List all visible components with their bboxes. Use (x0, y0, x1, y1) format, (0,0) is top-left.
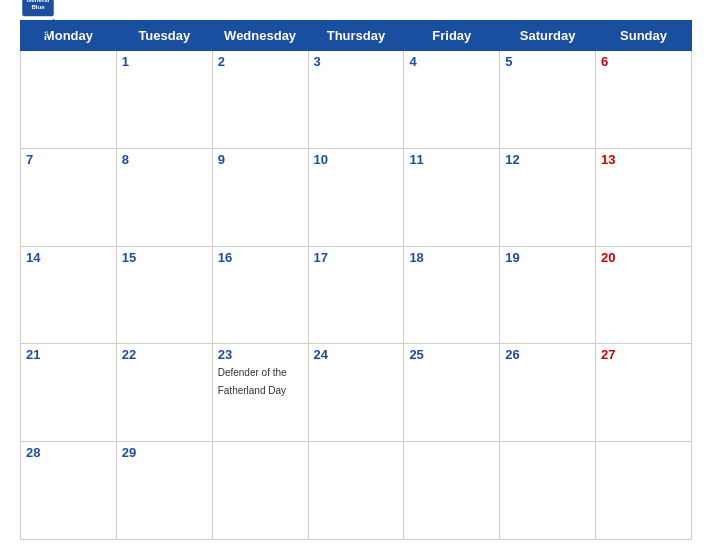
day-number: 3 (314, 54, 399, 69)
day-number: 17 (314, 250, 399, 265)
calendar-cell: 17 (308, 246, 404, 344)
week-row-3: 14151617181920 (21, 246, 692, 344)
day-number: 21 (26, 347, 111, 362)
week-row-2: 78910111213 (21, 148, 692, 246)
logo: General Blue General Blue (20, 0, 56, 38)
calendar-cell: 14 (21, 246, 117, 344)
calendar-cell: 23Defender of the Fatherland Day (212, 344, 308, 442)
day-number: 13 (601, 152, 686, 167)
day-number: 29 (122, 445, 207, 460)
calendar-cell (308, 442, 404, 540)
calendar-cell: 13 (596, 148, 692, 246)
day-number: 18 (409, 250, 494, 265)
calendar-cell: 15 (116, 246, 212, 344)
calendar-cell: 24 (308, 344, 404, 442)
calendar-cell: 6 (596, 51, 692, 149)
calendar-header: General Blue General Blue (20, 10, 692, 14)
day-number: 23 (218, 347, 303, 362)
day-number: 8 (122, 152, 207, 167)
weekday-header-thursday: Thursday (308, 21, 404, 51)
calendar-cell: 2 (212, 51, 308, 149)
calendar-cell: 21 (21, 344, 117, 442)
day-number: 2 (218, 54, 303, 69)
day-number: 26 (505, 347, 590, 362)
day-number: 14 (26, 250, 111, 265)
weekday-header-friday: Friday (404, 21, 500, 51)
weekday-header-tuesday: Tuesday (116, 21, 212, 51)
svg-text:Blue: Blue (31, 3, 45, 10)
calendar-cell: 5 (500, 51, 596, 149)
day-number: 10 (314, 152, 399, 167)
day-number: 22 (122, 347, 207, 362)
calendar-table: MondayTuesdayWednesdayThursdayFridaySatu… (20, 20, 692, 540)
day-number: 9 (218, 152, 303, 167)
calendar-cell: 7 (21, 148, 117, 246)
calendar-cell: 10 (308, 148, 404, 246)
day-number: 7 (26, 152, 111, 167)
holiday-label: Defender of the Fatherland Day (218, 367, 287, 396)
calendar-cell: 19 (500, 246, 596, 344)
day-number: 6 (601, 54, 686, 69)
calendar-cell: 9 (212, 148, 308, 246)
calendar-cell (500, 442, 596, 540)
calendar-cell: 28 (21, 442, 117, 540)
calendar-cell: 16 (212, 246, 308, 344)
calendar-cell: 20 (596, 246, 692, 344)
day-number: 27 (601, 347, 686, 362)
day-number: 20 (601, 250, 686, 265)
calendar-cell (21, 51, 117, 149)
calendar-cell: 22 (116, 344, 212, 442)
calendar-cell: 4 (404, 51, 500, 149)
day-number: 25 (409, 347, 494, 362)
day-number: 19 (505, 250, 590, 265)
week-row-5: 2829 (21, 442, 692, 540)
day-number: 12 (505, 152, 590, 167)
calendar-cell: 26 (500, 344, 596, 442)
week-row-4: 212223Defender of the Fatherland Day2425… (21, 344, 692, 442)
day-number: 1 (122, 54, 207, 69)
day-number: 24 (314, 347, 399, 362)
calendar-cell: 1 (116, 51, 212, 149)
day-number: 15 (122, 250, 207, 265)
calendar-cell: 11 (404, 148, 500, 246)
calendar-cell: 27 (596, 344, 692, 442)
weekday-header-saturday: Saturday (500, 21, 596, 51)
day-number: 16 (218, 250, 303, 265)
calendar-cell (596, 442, 692, 540)
calendar-cell: 3 (308, 51, 404, 149)
calendar-cell: 29 (116, 442, 212, 540)
weekday-header-sunday: Sunday (596, 21, 692, 51)
day-number: 11 (409, 152, 494, 167)
day-number: 5 (505, 54, 590, 69)
calendar-cell: 18 (404, 246, 500, 344)
day-number: 4 (409, 54, 494, 69)
week-row-1: 123456 (21, 51, 692, 149)
calendar-cell: 12 (500, 148, 596, 246)
day-number: 28 (26, 445, 111, 460)
calendar-cell: 25 (404, 344, 500, 442)
weekday-header-wednesday: Wednesday (212, 21, 308, 51)
calendar-cell (404, 442, 500, 540)
weekday-header-row: MondayTuesdayWednesdayThursdayFridaySatu… (21, 21, 692, 51)
calendar-cell: 8 (116, 148, 212, 246)
calendar-cell (212, 442, 308, 540)
